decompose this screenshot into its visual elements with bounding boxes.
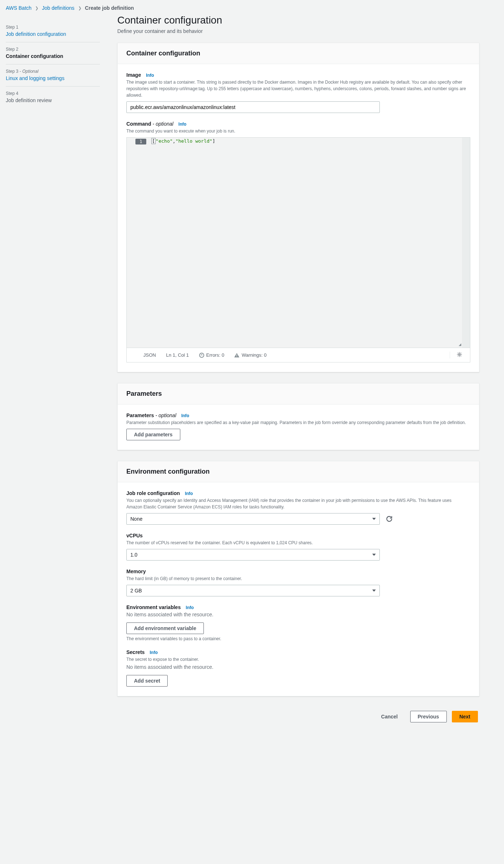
empty-message: No items associated with the resource. (126, 612, 470, 617)
add-secret-button[interactable]: Add secret (126, 675, 168, 687)
field-desc: The image used to start a container. Thi… (126, 79, 467, 98)
optional-tag: - optional (155, 412, 176, 418)
vcpus-select[interactable]: 1.0 (126, 549, 380, 561)
cancel-button[interactable]: Cancel (374, 711, 405, 722)
environment-config-card: Environment configuration Job role confi… (117, 461, 479, 696)
job-role-select[interactable]: None (126, 513, 380, 525)
optional-tag: - optional (152, 121, 173, 127)
field-desc: The secret to expose to the container. (126, 656, 467, 663)
info-link[interactable]: Info (181, 413, 189, 418)
label-text: Command (126, 121, 151, 127)
chevron-down-icon (372, 590, 376, 592)
secrets-field: Secrets Info The secret to expose to the… (126, 649, 470, 687)
editor-gutter: 1 (127, 138, 149, 348)
status-text: Errors: 0 (206, 352, 224, 358)
wizard-footer: Cancel Previous Next (117, 707, 479, 730)
chevron-down-icon (372, 518, 376, 520)
line-number: 1 (135, 139, 146, 144)
warning-icon (234, 353, 239, 357)
info-link[interactable]: Info (146, 73, 154, 78)
field-label: Image (126, 72, 141, 78)
container-config-card: Container configuration Image Info The i… (117, 43, 479, 372)
job-role-field: Job role configuration Info You can opti… (126, 490, 470, 525)
previous-button[interactable]: Previous (410, 711, 447, 722)
info-link[interactable]: Info (185, 491, 193, 496)
breadcrumb-current: Create job definition (85, 5, 134, 11)
step-title: Job definition review (6, 97, 100, 103)
page-title: Container configuration (117, 14, 479, 26)
step-label: Step 4 (6, 91, 100, 96)
field-label: Environment variables (126, 604, 181, 610)
status-position: Ln 1, Col 1 (166, 352, 189, 358)
resize-handle-icon[interactable]: ◢ (459, 342, 461, 347)
field-label: Secrets (126, 649, 145, 655)
breadcrumb-mid[interactable]: Job definitions (42, 5, 75, 11)
next-button[interactable]: Next (452, 711, 478, 722)
editor-statusbar: JSON Ln 1, Col 1 ✕ Errors: 0 Warnings: 0 (127, 348, 470, 362)
info-link[interactable]: Info (186, 605, 194, 610)
gear-icon[interactable] (457, 352, 462, 357)
memory-select[interactable]: 2 GB (126, 585, 380, 596)
error-icon: ✕ (199, 353, 204, 358)
code-token: ] (212, 138, 215, 144)
chevron-down-icon (372, 554, 376, 556)
breadcrumb: AWS Batch ❯ Job definitions ❯ Create job… (0, 0, 504, 14)
step-label: Step 2 (6, 47, 100, 52)
status-errors: ✕ Errors: 0 (199, 352, 224, 358)
step-title: Container configuration (6, 53, 100, 59)
sidebar-step-2: Step 2 Container configuration (6, 42, 100, 64)
code-token: , (173, 138, 176, 144)
image-input[interactable] (126, 101, 380, 113)
field-label: Job role configuration (126, 490, 180, 496)
step-label: Step 3 - Optional (6, 69, 100, 74)
env-vars-field: Environment variables Info No items asso… (126, 604, 470, 641)
editor-content[interactable]: ["echo","hello world"] ◢ (149, 138, 462, 348)
field-label: Memory (126, 569, 146, 574)
cursor-icon: [ (151, 138, 156, 144)
memory-field: Memory The hard limit (in GB) of memory … (126, 569, 470, 596)
status-text: Warnings: 0 (242, 352, 266, 358)
refresh-icon[interactable] (386, 515, 393, 523)
chevron-right-icon: ❯ (78, 6, 81, 11)
empty-message: No items associated with the resource. (126, 664, 470, 670)
field-desc: The number of vCPUs reserved for the con… (126, 540, 467, 546)
sidebar-step-4: Step 4 Job definition review (6, 87, 100, 108)
info-link[interactable]: Info (150, 650, 158, 655)
sidebar-step-1[interactable]: Step 1 Job definition configuration (6, 20, 100, 42)
command-editor[interactable]: 1 ["echo","hello world"] ◢ JSON Ln (126, 137, 470, 362)
chevron-right-icon: ❯ (35, 6, 38, 11)
status-warnings: Warnings: 0 (234, 352, 266, 358)
card-header: Parameters (118, 383, 479, 404)
parameters-card: Parameters Parameters - optional Info Pa… (117, 383, 479, 450)
code-token: "echo" (156, 138, 173, 144)
field-label: Command - optional (126, 121, 173, 127)
step-number: Step 3 (6, 69, 18, 74)
step-title[interactable]: Job definition configuration (6, 31, 100, 37)
select-value: None (130, 516, 142, 522)
image-field: Image Info The image used to start a con… (126, 72, 470, 113)
wizard-sidebar: Step 1 Job definition configuration Step… (6, 14, 100, 730)
page-subtitle: Define your container and its behavior (117, 28, 479, 34)
scrollbar[interactable] (462, 138, 470, 348)
sidebar-step-3[interactable]: Step 3 - Optional Linux and logging sett… (6, 64, 100, 87)
command-field: Command - optional Info The command you … (126, 121, 470, 362)
select-value: 2 GB (130, 588, 142, 594)
field-desc: The command you want to execute when you… (126, 128, 467, 134)
vcpus-field: vCPUs The number of vCPUs reserved for t… (126, 533, 470, 561)
field-desc: You can optionally specify an Identity a… (126, 497, 467, 510)
parameters-field: Parameters - optional Info Parameter sub… (126, 412, 470, 440)
add-env-var-button[interactable]: Add environment variable (126, 622, 204, 634)
breadcrumb-root[interactable]: AWS Batch (6, 5, 32, 11)
field-hint: The environment variables to pass to a c… (126, 636, 470, 641)
card-header: Container configuration (118, 43, 479, 64)
field-label: Parameters - optional (126, 412, 176, 418)
code-token: "hello world" (176, 138, 213, 144)
card-header: Environment configuration (118, 461, 479, 482)
field-desc: Parameter substitution placeholders are … (126, 419, 467, 426)
field-desc: The hard limit (in GB) of memory to pres… (126, 575, 467, 582)
label-text: Parameters (126, 412, 154, 418)
step-title[interactable]: Linux and logging settings (6, 75, 100, 81)
field-label: vCPUs (126, 533, 143, 538)
add-parameters-button[interactable]: Add parameters (126, 429, 180, 440)
info-link[interactable]: Info (178, 122, 186, 127)
